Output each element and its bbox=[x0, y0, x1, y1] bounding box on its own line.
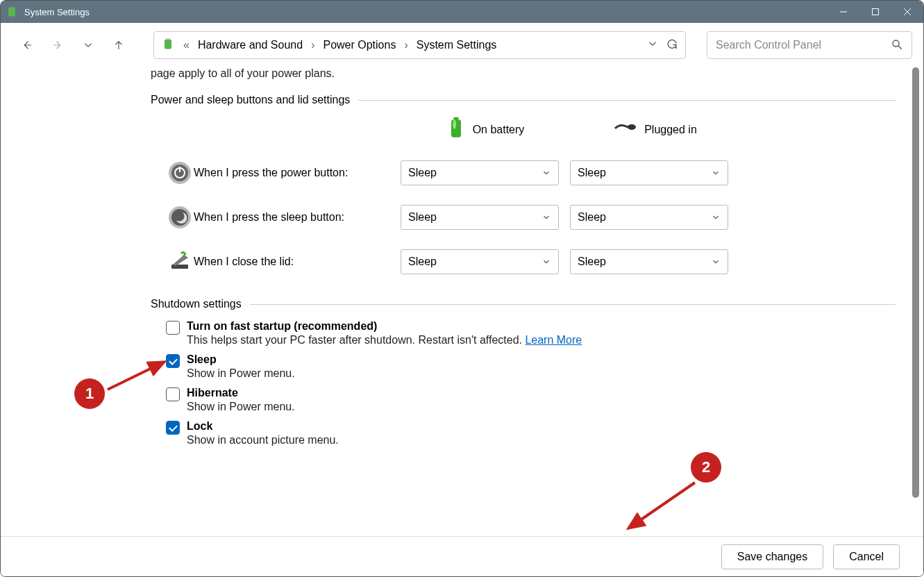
svg-rect-2 bbox=[12, 6, 14, 8]
sleep-plugged-select[interactable]: Sleep bbox=[570, 205, 728, 230]
sleep-label: Sleep bbox=[187, 353, 295, 366]
scroll-thumb[interactable] bbox=[912, 67, 919, 498]
control-panel-icon bbox=[161, 37, 175, 53]
svg-rect-7 bbox=[165, 40, 171, 49]
hibernate-checkbox[interactable] bbox=[166, 387, 180, 401]
search-input[interactable] bbox=[716, 39, 891, 51]
refresh-icon[interactable] bbox=[666, 37, 678, 53]
sleep-battery-select[interactable]: Sleep bbox=[401, 205, 559, 230]
svg-rect-4 bbox=[873, 9, 879, 15]
svg-rect-22 bbox=[171, 265, 188, 269]
breadcrumb-3[interactable]: System Settings bbox=[417, 39, 497, 51]
search-icon[interactable] bbox=[891, 38, 903, 53]
breadcrumb-1[interactable]: Hardware and Sound bbox=[198, 39, 303, 51]
svg-point-14 bbox=[453, 119, 456, 129]
lock-checkbox[interactable] bbox=[166, 421, 180, 435]
forward-button[interactable] bbox=[48, 35, 67, 55]
lid-battery-select[interactable]: Sleep bbox=[401, 249, 559, 274]
learn-more-link[interactable]: Learn More bbox=[525, 334, 582, 346]
col-plugged-in: Plugged in bbox=[570, 122, 739, 138]
search-box[interactable] bbox=[707, 31, 912, 59]
col-on-battery: On battery bbox=[401, 116, 570, 144]
row-power-button: When I press the power button: Sleep Sle… bbox=[166, 151, 896, 195]
recent-dropdown[interactable] bbox=[78, 35, 98, 55]
cancel-button[interactable]: Cancel bbox=[833, 544, 900, 569]
power-icon bbox=[166, 160, 194, 185]
lid-icon bbox=[166, 249, 194, 274]
svg-rect-1 bbox=[10, 6, 12, 8]
svg-line-11 bbox=[898, 46, 902, 49]
hibernate-label: Hibernate bbox=[187, 387, 295, 399]
footer: Save changes Cancel bbox=[1, 536, 923, 576]
fast-startup-label: Turn on fast startup (recommended) bbox=[187, 320, 582, 333]
power-plugged-select[interactable]: Sleep bbox=[570, 160, 728, 185]
section-power-buttons: Power and sleep buttons and lid settings bbox=[151, 94, 896, 106]
close-button[interactable] bbox=[891, 1, 923, 23]
svg-rect-8 bbox=[167, 39, 168, 41]
svg-rect-9 bbox=[169, 39, 170, 41]
opt-sleep: SleepShow in Power menu. bbox=[166, 353, 896, 380]
titlebar: System Settings bbox=[1, 1, 923, 23]
lid-plugged-select[interactable]: Sleep bbox=[570, 249, 728, 274]
intro-text: page apply to all of your power plans. bbox=[151, 67, 896, 80]
svg-point-15 bbox=[628, 124, 636, 130]
scrollbar[interactable] bbox=[911, 67, 921, 536]
opt-fast-startup: Turn on fast startup (recommended) This … bbox=[166, 320, 896, 346]
lock-label: Lock bbox=[187, 420, 339, 433]
fast-startup-checkbox[interactable] bbox=[166, 321, 180, 335]
section-shutdown: Shutdown settings bbox=[151, 298, 896, 310]
svg-point-10 bbox=[893, 40, 899, 47]
navbar: « Hardware and Sound › Power Options › S… bbox=[1, 23, 923, 67]
sleep-icon bbox=[166, 205, 194, 230]
save-button[interactable]: Save changes bbox=[721, 544, 823, 569]
opt-lock: LockShow in account picture menu. bbox=[166, 420, 896, 446]
up-button[interactable] bbox=[109, 35, 128, 55]
annotation-badge-2: 2 bbox=[691, 452, 721, 483]
annotation-badge-1: 1 bbox=[74, 378, 105, 409]
address-bar[interactable]: « Hardware and Sound › Power Options › S… bbox=[153, 31, 686, 59]
power-battery-select[interactable]: Sleep bbox=[401, 160, 559, 185]
plug-icon bbox=[612, 122, 637, 138]
back-button[interactable] bbox=[17, 35, 37, 55]
opt-hibernate: HibernateShow in Power menu. bbox=[166, 387, 896, 413]
row-sleep-button: When I press the sleep button: Sleep Sle… bbox=[166, 195, 896, 240]
content: page apply to all of your power plans. P… bbox=[1, 67, 923, 446]
address-dropdown-icon[interactable] bbox=[646, 37, 659, 53]
sleep-checkbox[interactable] bbox=[166, 354, 180, 368]
row-close-lid: When I close the lid: Sleep Sleep bbox=[166, 240, 896, 284]
maximize-button[interactable] bbox=[859, 1, 891, 23]
svg-rect-12 bbox=[451, 119, 461, 137]
minimize-button[interactable] bbox=[828, 1, 859, 23]
battery-icon bbox=[446, 116, 466, 144]
svg-rect-0 bbox=[8, 7, 15, 16]
breadcrumb-2[interactable]: Power Options bbox=[323, 39, 396, 51]
app-icon bbox=[5, 5, 19, 19]
window-title: System Settings bbox=[24, 7, 90, 17]
